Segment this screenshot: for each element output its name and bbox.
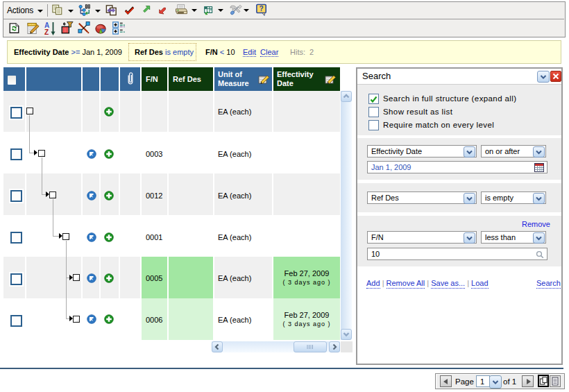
svg-text:A: A: [44, 22, 49, 29]
svg-text:?: ?: [260, 5, 264, 12]
svg-text:Z: Z: [44, 28, 49, 36]
